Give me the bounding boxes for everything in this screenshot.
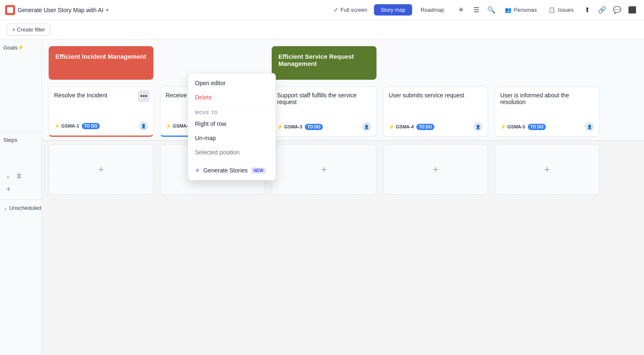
step-id-3: ⚡ GSMA-3 bbox=[277, 124, 302, 130]
panel-steps-section: Steps ⌄ ☰ + bbox=[0, 132, 42, 200]
unscheduled-collapse-btn[interactable]: ⌄ bbox=[3, 205, 8, 211]
menu-selected-position[interactable]: Selected position bbox=[188, 145, 275, 159]
share-icon: ⬆ bbox=[584, 6, 590, 14]
step-title-3: Support staff fulfills the service reque… bbox=[277, 92, 371, 105]
avatar-3: 👤 bbox=[362, 122, 371, 131]
app-logo bbox=[5, 5, 15, 15]
main-content: Goals ⚡ Steps ⌄ ☰ + ⌄ Unscheduled Effici… bbox=[0, 39, 644, 355]
more-button-gsma1[interactable]: ••• bbox=[138, 90, 150, 102]
search-button[interactable]: 🔍 bbox=[485, 3, 498, 17]
app-logo-inner bbox=[7, 7, 13, 13]
unscheduled-row: + + + + + bbox=[42, 141, 644, 198]
steps-label: Steps bbox=[3, 137, 17, 143]
header-left: Generate User Story Map with AI ▾ bbox=[5, 5, 325, 15]
menu-right-of-row[interactable]: Right of row bbox=[188, 117, 275, 131]
steps-row: Resolve the Incident ••• ⚡ GSMA-1 TO DO … bbox=[42, 83, 644, 141]
step-card-gsma4: User submits service request ⚡ GSMA-4 TO… bbox=[383, 86, 488, 137]
todo-badge-1: TO DO bbox=[82, 123, 100, 129]
more-icon: ••• bbox=[140, 92, 148, 100]
add-card-btn-4[interactable]: + bbox=[429, 163, 442, 176]
issues-icon: 📋 bbox=[548, 7, 555, 13]
goals-label: Goals bbox=[3, 44, 18, 51]
unscheduled-card-5: + bbox=[495, 144, 600, 195]
header-center: ⤢ Full screen Story map Roadmap bbox=[328, 4, 451, 16]
step-id-icon-4: ⚡ bbox=[389, 124, 395, 130]
goal-card-service[interactable]: Efficient Service Request Management bbox=[272, 46, 377, 80]
fullscreen-label: Full screen bbox=[340, 7, 367, 13]
board-content: Efficient Incident Management Efficient … bbox=[42, 39, 644, 355]
menu-generate-stories[interactable]: ✳ Generate Stories NEW bbox=[188, 163, 275, 178]
personas-icon: 👥 bbox=[505, 7, 512, 13]
step-id-text-1: GSMA-1 bbox=[61, 123, 79, 128]
left-panel: Goals ⚡ Steps ⌄ ☰ + ⌄ Unscheduled bbox=[0, 39, 42, 355]
avatar-5: 👤 bbox=[585, 122, 594, 131]
steps-filter-btn[interactable]: ☰ bbox=[14, 172, 23, 181]
fullscreen-button[interactable]: ⤢ Full screen bbox=[328, 4, 372, 16]
unscheduled-card-4: + bbox=[383, 144, 488, 195]
spark-icon-button[interactable]: ✳ bbox=[454, 3, 468, 17]
todo-badge-5: TO DO bbox=[528, 124, 546, 130]
header-title: Generate User Story Map with AI bbox=[18, 7, 104, 13]
window-icon: ⬛ bbox=[628, 6, 636, 14]
menu-open-editor[interactable]: Open editor bbox=[188, 76, 275, 90]
add-step-button[interactable]: + bbox=[3, 184, 13, 194]
hamburger-icon: ☰ bbox=[473, 6, 479, 14]
add-card-btn-3[interactable]: + bbox=[317, 163, 331, 176]
chat-button[interactable]: 💬 bbox=[610, 3, 624, 17]
header-right: ✳ ☰ 🔍 👥 Personas 📋 Issues ⬆ 🔗 💬 ⬛ bbox=[454, 3, 639, 17]
step-id-icon-2: ⚡ bbox=[166, 123, 171, 129]
step-id-icon-1: ⚡ bbox=[54, 123, 60, 129]
issues-button[interactable]: 📋 Issues bbox=[543, 4, 579, 16]
goals-filter-icon[interactable]: ⚡ bbox=[18, 44, 24, 50]
step-card-gsma5: User is informed about the resolution ⚡ … bbox=[495, 86, 600, 137]
step-id-text-5: GSMA-5 bbox=[507, 124, 525, 129]
menu-divider-2 bbox=[188, 161, 275, 162]
step-id-text-4: GSMA-4 bbox=[396, 124, 414, 129]
un-map-label: Un-map bbox=[195, 135, 216, 141]
steps-collapse-btn[interactable]: ⌄ bbox=[3, 172, 13, 181]
window-button[interactable]: ⬛ bbox=[626, 3, 639, 17]
right-of-row-label: Right of row bbox=[195, 120, 226, 127]
step-card-gsma3: Support staff fulfills the service reque… bbox=[272, 86, 377, 137]
step-card-gsma1: Resolve the Incident ••• ⚡ GSMA-1 TO DO … bbox=[49, 86, 153, 137]
share-button[interactable]: ⬆ bbox=[580, 3, 594, 17]
add-card-btn-5[interactable]: + bbox=[540, 163, 554, 176]
link-button[interactable]: 🔗 bbox=[595, 3, 609, 17]
personas-button[interactable]: 👥 Personas bbox=[500, 4, 542, 16]
unscheduled-card-3: + bbox=[272, 144, 377, 195]
add-card-btn-1[interactable]: + bbox=[94, 163, 108, 176]
unscheduled-label: Unscheduled bbox=[9, 205, 41, 211]
goal-service-title: Efficient Service Request Management bbox=[278, 53, 354, 67]
plus-icon-3: + bbox=[321, 164, 327, 175]
avatar-4: 👤 bbox=[473, 122, 483, 131]
generate-stories-icon: ✳ bbox=[195, 167, 200, 174]
menu-delete[interactable]: Delete bbox=[188, 90, 275, 104]
step-id-icon-3: ⚡ bbox=[277, 124, 283, 130]
hamburger-button[interactable]: ☰ bbox=[470, 3, 483, 17]
selected-position-label: Selected position bbox=[195, 149, 240, 156]
step-id-4: ⚡ GSMA-4 bbox=[389, 124, 414, 130]
plus-icon-1: + bbox=[98, 164, 104, 175]
step-id-text-3: GSMA-3 bbox=[284, 124, 302, 129]
link-icon: 🔗 bbox=[598, 6, 606, 14]
step-title-5: User is informed about the resolution bbox=[500, 92, 594, 105]
tab-roadmap[interactable]: Roadmap bbox=[414, 4, 451, 16]
todo-badge-4: TO DO bbox=[416, 124, 434, 130]
new-badge: NEW bbox=[251, 167, 266, 174]
panel-unscheduled-section: ⌄ Unscheduled bbox=[0, 200, 42, 216]
tab-story-map[interactable]: Story map bbox=[374, 4, 412, 16]
goal-card-incident[interactable]: Efficient Incident Management bbox=[49, 46, 153, 80]
step-title-4: User submits service request bbox=[389, 92, 483, 99]
step-footer-4: ⚡ GSMA-4 TO DO 👤 bbox=[389, 122, 483, 131]
menu-un-map[interactable]: Un-map bbox=[188, 131, 275, 145]
step-title-1: Resolve the Incident bbox=[54, 92, 148, 99]
step-id-icon-5: ⚡ bbox=[500, 124, 506, 130]
avatar-1: 👤 bbox=[139, 121, 148, 131]
title-dropdown-arrow[interactable]: ▾ bbox=[106, 7, 109, 13]
step-footer-3: ⚡ GSMA-3 TO DO 👤 bbox=[277, 122, 371, 131]
menu-move-to-label: MOVE TO bbox=[188, 108, 275, 117]
unscheduled-card-1: + bbox=[49, 144, 153, 195]
create-filter-button[interactable]: + Create filter bbox=[7, 23, 50, 36]
personas-label: Personas bbox=[514, 7, 537, 13]
app-header: Generate User Story Map with AI ▾ ⤢ Full… bbox=[0, 0, 644, 20]
